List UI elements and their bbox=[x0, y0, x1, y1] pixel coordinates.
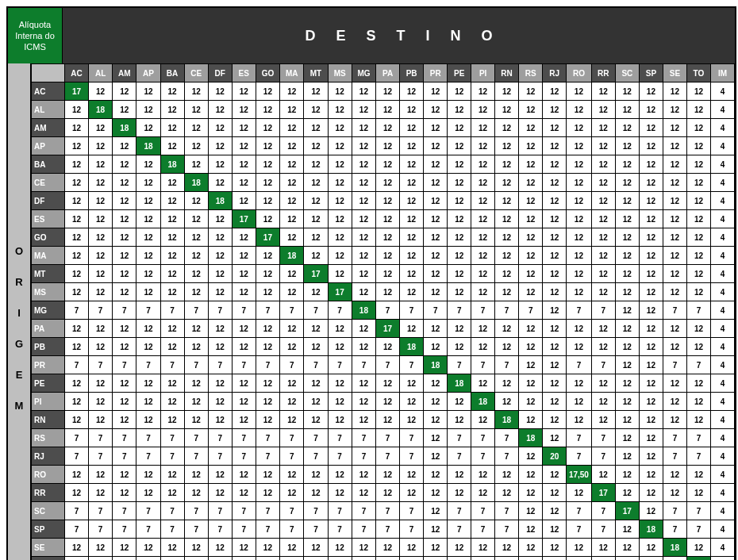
cell: 12 bbox=[471, 466, 495, 484]
cell: 12 bbox=[663, 338, 686, 356]
cell: 12 bbox=[208, 101, 232, 119]
cell: 18 bbox=[184, 174, 208, 192]
cell: 12 bbox=[400, 411, 424, 429]
cell: 12 bbox=[352, 466, 375, 484]
cell: 12 bbox=[184, 265, 208, 283]
cell: 12 bbox=[471, 228, 495, 247]
cell: 12 bbox=[280, 119, 304, 137]
cell: 17 bbox=[232, 210, 256, 228]
cell: 12 bbox=[591, 155, 615, 174]
cell: 7 bbox=[567, 502, 591, 520]
cell: 7 bbox=[495, 429, 519, 447]
cell: 7 bbox=[352, 520, 375, 539]
cell: 12 bbox=[567, 393, 591, 411]
cell: 12 bbox=[519, 228, 543, 247]
cell: 12 bbox=[519, 174, 543, 192]
cell: 12 bbox=[184, 338, 208, 356]
cell: 7 bbox=[184, 356, 208, 374]
cell: 12 bbox=[567, 174, 591, 192]
cell: 12 bbox=[424, 192, 448, 210]
cell: 12 bbox=[424, 393, 448, 411]
col-header: PB bbox=[400, 64, 424, 82]
cell: 12 bbox=[639, 155, 663, 174]
cell: 12 bbox=[639, 82, 663, 101]
cell: 7 bbox=[64, 520, 88, 539]
cell: 12 bbox=[424, 374, 448, 393]
cell: 12 bbox=[591, 466, 615, 484]
cell: 12 bbox=[280, 557, 304, 561]
cell: 12 bbox=[639, 137, 663, 155]
cell: 12 bbox=[376, 174, 400, 192]
row-header: ES bbox=[32, 210, 65, 228]
cell: 12 bbox=[567, 192, 591, 210]
cell: 18 bbox=[113, 119, 136, 137]
cell: 12 bbox=[519, 411, 543, 429]
cell: 12 bbox=[591, 283, 615, 301]
cell: 12 bbox=[639, 119, 663, 137]
cell: 12 bbox=[232, 265, 256, 283]
cell: 12 bbox=[495, 320, 519, 338]
cell: 7 bbox=[256, 447, 279, 466]
cell: 12 bbox=[89, 247, 113, 265]
cell: 12 bbox=[471, 320, 495, 338]
cell: 7 bbox=[89, 520, 113, 539]
cell: 7 bbox=[567, 301, 591, 320]
cell: 12 bbox=[256, 320, 279, 338]
row-header: GO bbox=[32, 228, 65, 247]
cell: 4 bbox=[711, 447, 735, 466]
cell: 12 bbox=[64, 192, 88, 210]
cell: 7 bbox=[400, 447, 424, 466]
cell: 12 bbox=[232, 228, 256, 247]
cell: 12 bbox=[256, 137, 279, 155]
cell: 12 bbox=[639, 174, 663, 192]
cell: 7 bbox=[376, 520, 400, 539]
cell: 12 bbox=[495, 119, 519, 137]
cell: 7 bbox=[471, 502, 495, 520]
cell: 12 bbox=[663, 82, 686, 101]
cell: 7 bbox=[567, 356, 591, 374]
cell: 12 bbox=[280, 283, 304, 301]
cell: 7 bbox=[567, 520, 591, 539]
cell: 12 bbox=[615, 174, 639, 192]
cell: 7 bbox=[208, 429, 232, 447]
cell: 7 bbox=[519, 301, 543, 320]
cell: 12 bbox=[328, 155, 352, 174]
col-header: DF bbox=[208, 64, 232, 82]
cell: 12 bbox=[304, 393, 328, 411]
col-header: MS bbox=[328, 64, 352, 82]
cell: 12 bbox=[686, 374, 710, 393]
blank-corner bbox=[32, 64, 65, 82]
cell: 12 bbox=[495, 192, 519, 210]
cell: 12 bbox=[136, 374, 160, 393]
cell: 12 bbox=[495, 174, 519, 192]
cell: 12 bbox=[352, 174, 375, 192]
cell: 12 bbox=[208, 393, 232, 411]
cell: 12 bbox=[615, 356, 639, 374]
cell: 7 bbox=[328, 520, 352, 539]
cell: 12 bbox=[256, 247, 279, 265]
cell: 12 bbox=[64, 174, 88, 192]
cell: 12 bbox=[400, 484, 424, 502]
cell: 12 bbox=[519, 210, 543, 228]
cell: 12 bbox=[543, 520, 567, 539]
cell: 7 bbox=[376, 429, 400, 447]
cell: 12 bbox=[567, 155, 591, 174]
cell: 12 bbox=[495, 210, 519, 228]
cell: 12 bbox=[89, 283, 113, 301]
row-header: RO bbox=[32, 466, 65, 484]
cell: 12 bbox=[208, 320, 232, 338]
cell: 12 bbox=[184, 393, 208, 411]
cell: 12 bbox=[639, 283, 663, 301]
cell: 12 bbox=[136, 192, 160, 210]
cell: 12 bbox=[448, 192, 471, 210]
cell: 12 bbox=[160, 557, 184, 561]
cell: 12 bbox=[89, 466, 113, 484]
cell: 7 bbox=[184, 301, 208, 320]
cell: 12 bbox=[232, 101, 256, 119]
cell: 7 bbox=[591, 447, 615, 466]
cell: 12 bbox=[639, 447, 663, 466]
origem-letter: O bbox=[15, 245, 23, 257]
cell: 12 bbox=[448, 484, 471, 502]
cell: 12 bbox=[448, 539, 471, 557]
col-header: SE bbox=[663, 64, 686, 82]
